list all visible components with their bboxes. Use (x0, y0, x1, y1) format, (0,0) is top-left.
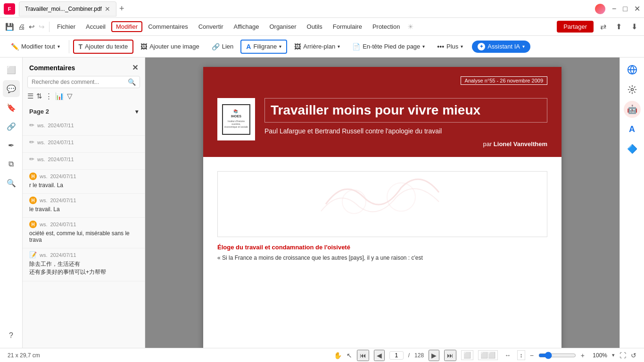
sort-lines-icon[interactable]: ☰ (27, 92, 33, 100)
comment-date: 2024/07/11 (48, 140, 74, 145)
menu-organiser[interactable]: Organiser (264, 21, 301, 32)
zoom-in-icon[interactable]: + (581, 352, 585, 359)
page-section-label[interactable]: Page 2 ▾ (23, 104, 145, 119)
quick-save-icon[interactable]: 💾 (4, 23, 16, 31)
profile-icon[interactable] (595, 4, 605, 14)
pdf-second-section (217, 171, 547, 237)
hand-tool-icon[interactable]: ✋ (334, 352, 342, 359)
sort-alpha-icon[interactable]: ⇅ (36, 92, 42, 100)
sidebar-thumbnails-icon[interactable]: ⬜ (3, 61, 20, 78)
image-icon: 🖼 (140, 43, 147, 50)
doc-icon: 📝 (29, 251, 37, 258)
sidebar-bookmarks-icon[interactable]: 🔖 (3, 99, 20, 116)
menu-commentaires[interactable]: Commentaires (143, 21, 193, 32)
zoom-slider[interactable] (538, 352, 576, 359)
arriere-plan-button[interactable]: 🖼 Arrière-plan ▾ (289, 40, 345, 53)
toolbar: ✏️ Modifier tout ▾ T Ajouter du texte 🖼 … (0, 36, 644, 58)
right-translate2-icon[interactable]: A (624, 121, 641, 138)
next-page-button[interactable]: ▶ (429, 350, 439, 361)
zoom-out-icon[interactable]: − (530, 352, 534, 359)
close-button[interactable]: ✕ (634, 4, 640, 13)
sidebar-search-icon[interactable]: 🔍 (3, 174, 20, 191)
comment-meta: ✏ ws. 2024/07/11 (29, 122, 138, 129)
undo-icon[interactable]: ↩ (27, 23, 36, 31)
pdf-viewer[interactable]: Analyse n°55 - 26 novembre 2009 📚 IHOES … (145, 58, 619, 348)
fit-page-icon[interactable]: ↔ (503, 351, 512, 360)
right-ai-icon[interactable]: 🤖 (624, 101, 641, 118)
restore-button[interactable]: □ (623, 5, 627, 13)
sidebar-help-icon[interactable]: ? (3, 327, 20, 344)
filter-icon[interactable]: ⋮ (45, 92, 52, 100)
entete-icon: 📄 (352, 43, 360, 50)
ajouter-image-button[interactable]: 🖼 Ajouter une image (135, 40, 205, 53)
sidebar-attachments-icon[interactable]: 🔗 (3, 118, 20, 135)
window-controls: − □ ✕ (595, 4, 640, 14)
funnel-icon[interactable]: ▽ (67, 92, 73, 100)
entete-pied-button[interactable]: 📄 En-tête Pied de page ▾ (347, 40, 430, 53)
comments-search-box[interactable]: 🔍 (27, 76, 140, 88)
fullscreen-icon[interactable]: ⛶ (619, 352, 626, 359)
print-icon[interactable]: 🖨 (17, 23, 26, 31)
connect-icon[interactable]: ⇄ (597, 20, 609, 33)
tab-close-icon[interactable]: ✕ (105, 5, 110, 13)
pdf-watermark (218, 172, 547, 237)
sidebar-signatures-icon[interactable]: ✒ (3, 137, 20, 154)
menu-outils[interactable]: Outils (302, 21, 327, 32)
filigrane-icon: A (246, 43, 251, 50)
first-page-button[interactable]: ⏮ (357, 350, 369, 361)
comments-close-icon[interactable]: ✕ (132, 63, 138, 72)
more-options-icon[interactable]: ↺ (631, 352, 636, 359)
menu-convertir[interactable]: Convertir (194, 21, 228, 32)
comment-date: 2024/07/11 (50, 222, 76, 227)
menu-formulaire[interactable]: Formulaire (328, 21, 367, 32)
comment-author: ws. (37, 123, 45, 128)
ai-assistant-button[interactable]: ✦ Assistant IA ▾ (472, 41, 530, 53)
chevron-down-icon-entete: ▾ (422, 44, 425, 49)
lien-button[interactable]: 🔗 Lien (206, 40, 239, 53)
download-icon[interactable]: ⬇ (628, 20, 640, 33)
comment-meta: H ws. 2024/07/11 (29, 221, 138, 228)
chevron-down-icon-plus: ▾ (461, 44, 463, 49)
fit-width-icon[interactable]: ↕ (517, 350, 525, 360)
redo-icon[interactable]: ↪ (37, 23, 46, 31)
tab-item[interactable]: Travailler_moi..._Combiner.pdf ✕ (19, 1, 116, 16)
zoom-dropdown-icon[interactable]: ▾ (612, 352, 615, 358)
plus-button[interactable]: ••• Plus ▾ (432, 40, 468, 53)
single-page-icon[interactable]: ⬜ (461, 350, 473, 360)
ihoes-logo: 📚 IHOES Institut d'histoire ouvrière,éco… (217, 98, 255, 140)
right-translate-icon[interactable] (624, 61, 641, 78)
minimize-button[interactable]: − (612, 5, 616, 13)
modifier-tout-button[interactable]: ✏️ Modifier tout ▾ (6, 40, 65, 53)
comments-header: Commentaires ✕ (23, 58, 145, 76)
sidebar-layers-icon[interactable]: ⧉ (3, 156, 20, 173)
menu-accueil[interactable]: Accueil (81, 21, 110, 32)
select-tool-icon[interactable]: ↖ (347, 352, 352, 359)
search-icon: 🔍 (128, 78, 136, 86)
menu-modifier[interactable]: Modifier (111, 21, 142, 32)
menu-affichage[interactable]: Affichage (229, 21, 264, 32)
double-page-icon[interactable]: ⬜⬜ (478, 350, 498, 360)
menu-protection[interactable]: Protection (368, 21, 405, 32)
pdf-content: Éloge du travail et condamnation de l'oi… (203, 157, 561, 271)
add-tab-button[interactable]: + (119, 4, 124, 14)
menu-fichier[interactable]: Fichier (52, 21, 80, 32)
comment-meta: H ws. 2024/07/11 (29, 197, 138, 204)
last-page-button[interactable]: ⏭ (444, 350, 456, 361)
sidebar-comments-icon[interactable]: 💬 (3, 80, 20, 97)
right-panel: 🤖 A 🔷 (619, 58, 644, 348)
comment-author: ws. (40, 222, 48, 227)
share-button[interactable]: Partager (557, 21, 594, 33)
status-bar-right: ✋ ↖ ⏮ ◀ / 128 ▶ ⏭ ⬜ ⬜⬜ ↔ ↕ − + 100% ▾ ⛶ … (334, 350, 636, 361)
right-settings-icon[interactable] (624, 81, 641, 98)
chart-icon[interactable]: 📊 (55, 92, 64, 100)
page-number-input[interactable] (389, 351, 404, 360)
ajouter-texte-button[interactable]: T Ajouter du texte (73, 40, 134, 54)
menu-right: Partager ⇄ ⬆ ⬇ (557, 20, 640, 33)
comments-panel: Commentaires ✕ 🔍 ☰ ⇅ ⋮ 📊 ▽ Page 2 ▾ ✏ ws… (23, 58, 145, 348)
prev-page-button[interactable]: ◀ (374, 350, 385, 361)
upload-icon[interactable]: ⬆ (613, 20, 625, 33)
comments-search-input[interactable] (32, 79, 125, 85)
chevron-down-icon: ▾ (58, 44, 60, 49)
filigrane-button[interactable]: A Filigrane ▾ (240, 40, 287, 54)
right-plugin-icon[interactable]: 🔷 (624, 140, 641, 157)
